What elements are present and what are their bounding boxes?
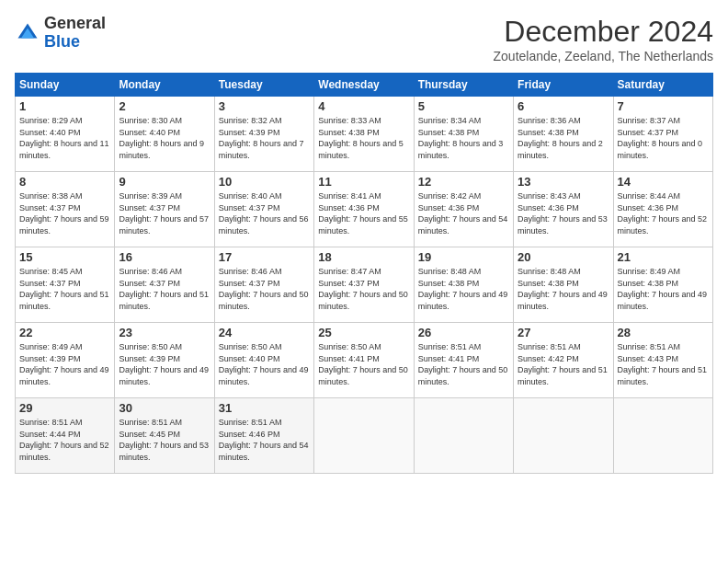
month-title: December 2024 <box>494 15 713 49</box>
table-row <box>514 398 613 474</box>
day-number: 8 <box>19 175 110 189</box>
table-row: 24 Sunrise: 8:50 AMSunset: 4:40 PMDaylig… <box>214 323 313 398</box>
day-info: Sunrise: 8:44 AMSunset: 4:36 PMDaylight:… <box>618 191 708 236</box>
day-number: 21 <box>618 250 709 264</box>
day-number: 2 <box>119 99 210 113</box>
logo-blue: Blue <box>44 32 80 51</box>
table-row: 5 Sunrise: 8:34 AMSunset: 4:38 PMDayligh… <box>414 97 513 172</box>
day-info: Sunrise: 8:51 AMSunset: 4:46 PMDaylight:… <box>219 418 309 462</box>
table-row: 15 Sunrise: 8:45 AMSunset: 4:37 PMDaylig… <box>16 247 115 323</box>
table-row: 19 Sunrise: 8:48 AMSunset: 4:38 PMDaylig… <box>414 247 513 323</box>
table-row: 30 Sunrise: 8:51 AMSunset: 4:45 PMDaylig… <box>115 398 214 474</box>
table-row: 7 Sunrise: 8:37 AMSunset: 4:37 PMDayligh… <box>613 97 712 172</box>
day-number: 5 <box>418 99 509 113</box>
day-info: Sunrise: 8:30 AMSunset: 4:40 PMDaylight:… <box>119 116 204 160</box>
table-row: 12 Sunrise: 8:42 AMSunset: 4:36 PMDaylig… <box>414 172 513 247</box>
day-info: Sunrise: 8:48 AMSunset: 4:38 PMDaylight:… <box>418 267 508 311</box>
col-sunday: Sunday <box>16 74 115 97</box>
col-saturday: Saturday <box>613 74 712 97</box>
table-row: 9 Sunrise: 8:39 AMSunset: 4:37 PMDayligh… <box>115 172 214 247</box>
day-number: 25 <box>318 326 409 339</box>
logo-general: General <box>44 14 106 32</box>
table-row: 8 Sunrise: 8:38 AMSunset: 4:37 PMDayligh… <box>16 172 115 247</box>
day-number: 27 <box>518 326 609 339</box>
logo: General Blue <box>15 15 106 52</box>
logo-icon <box>15 20 40 46</box>
table-row: 11 Sunrise: 8:41 AMSunset: 4:36 PMDaylig… <box>314 172 414 247</box>
table-row: 6 Sunrise: 8:36 AMSunset: 4:38 PMDayligh… <box>514 97 613 172</box>
table-row: 20 Sunrise: 8:48 AMSunset: 4:38 PMDaylig… <box>514 247 613 323</box>
day-info: Sunrise: 8:43 AMSunset: 4:36 PMDaylight:… <box>518 191 608 236</box>
day-number: 29 <box>19 401 110 415</box>
day-info: Sunrise: 8:51 AMSunset: 4:45 PMDaylight:… <box>119 418 209 462</box>
day-info: Sunrise: 8:33 AMSunset: 4:38 PMDaylight:… <box>318 116 404 160</box>
col-friday: Friday <box>514 74 613 97</box>
day-info: Sunrise: 8:50 AMSunset: 4:40 PMDaylight:… <box>219 342 309 386</box>
table-row: 26 Sunrise: 8:51 AMSunset: 4:41 PMDaylig… <box>414 323 513 398</box>
day-number: 23 <box>119 326 210 339</box>
day-info: Sunrise: 8:36 AMSunset: 4:38 PMDaylight:… <box>518 116 603 160</box>
day-info: Sunrise: 8:38 AMSunset: 4:37 PMDaylight:… <box>19 191 109 236</box>
day-number: 16 <box>119 250 210 264</box>
calendar-week-row: 29 Sunrise: 8:51 AMSunset: 4:44 PMDaylig… <box>16 398 713 474</box>
table-row: 21 Sunrise: 8:49 AMSunset: 4:38 PMDaylig… <box>613 247 712 323</box>
day-number: 28 <box>618 326 709 339</box>
day-info: Sunrise: 8:49 AMSunset: 4:38 PMDaylight:… <box>618 267 708 311</box>
day-number: 10 <box>219 175 310 189</box>
col-thursday: Thursday <box>414 74 513 97</box>
day-number: 6 <box>518 99 609 113</box>
day-info: Sunrise: 8:51 AMSunset: 4:41 PMDaylight:… <box>418 342 508 386</box>
table-row: 10 Sunrise: 8:40 AMSunset: 4:37 PMDaylig… <box>214 172 313 247</box>
day-number: 18 <box>318 250 409 264</box>
title-block: December 2024 Zoutelande, Zeeland, The N… <box>494 15 713 63</box>
day-number: 15 <box>19 250 110 264</box>
day-info: Sunrise: 8:41 AMSunset: 4:36 PMDaylight:… <box>318 191 408 236</box>
day-info: Sunrise: 8:46 AMSunset: 4:37 PMDaylight:… <box>219 267 309 311</box>
day-info: Sunrise: 8:47 AMSunset: 4:37 PMDaylight:… <box>318 267 408 311</box>
day-number: 7 <box>618 99 709 113</box>
day-number: 24 <box>219 326 310 339</box>
day-number: 12 <box>418 175 509 189</box>
day-number: 14 <box>618 175 709 189</box>
day-number: 4 <box>318 99 409 113</box>
table-row <box>314 398 414 474</box>
table-row: 3 Sunrise: 8:32 AMSunset: 4:39 PMDayligh… <box>214 97 313 172</box>
day-number: 13 <box>518 175 609 189</box>
day-number: 30 <box>119 401 210 415</box>
header: General Blue December 2024 Zoutelande, Z… <box>15 15 713 63</box>
table-row: 4 Sunrise: 8:33 AMSunset: 4:38 PMDayligh… <box>314 97 414 172</box>
subtitle: Zoutelande, Zeeland, The Netherlands <box>494 49 713 63</box>
table-row: 16 Sunrise: 8:46 AMSunset: 4:37 PMDaylig… <box>115 247 214 323</box>
logo-text: General Blue <box>44 15 106 52</box>
day-number: 20 <box>518 250 609 264</box>
table-row: 13 Sunrise: 8:43 AMSunset: 4:36 PMDaylig… <box>514 172 613 247</box>
calendar-week-row: 8 Sunrise: 8:38 AMSunset: 4:37 PMDayligh… <box>16 172 713 247</box>
day-number: 11 <box>318 175 409 189</box>
table-row: 29 Sunrise: 8:51 AMSunset: 4:44 PMDaylig… <box>16 398 115 474</box>
day-number: 9 <box>119 175 210 189</box>
day-number: 1 <box>19 99 110 113</box>
day-info: Sunrise: 8:40 AMSunset: 4:37 PMDaylight:… <box>219 191 309 236</box>
table-row: 17 Sunrise: 8:46 AMSunset: 4:37 PMDaylig… <box>214 247 313 323</box>
calendar-table: Sunday Monday Tuesday Wednesday Thursday… <box>15 73 713 474</box>
day-info: Sunrise: 8:50 AMSunset: 4:41 PMDaylight:… <box>318 342 408 386</box>
day-info: Sunrise: 8:34 AMSunset: 4:38 PMDaylight:… <box>418 116 504 160</box>
table-row <box>613 398 712 474</box>
day-info: Sunrise: 8:48 AMSunset: 4:38 PMDaylight:… <box>518 267 608 311</box>
calendar-header-row: Sunday Monday Tuesday Wednesday Thursday… <box>16 74 713 97</box>
table-row <box>414 398 513 474</box>
table-row: 22 Sunrise: 8:49 AMSunset: 4:39 PMDaylig… <box>16 323 115 398</box>
day-number: 26 <box>418 326 509 339</box>
day-info: Sunrise: 8:37 AMSunset: 4:37 PMDaylight:… <box>618 116 703 160</box>
col-monday: Monday <box>115 74 214 97</box>
day-info: Sunrise: 8:32 AMSunset: 4:39 PMDaylight:… <box>219 116 304 160</box>
day-info: Sunrise: 8:51 AMSunset: 4:42 PMDaylight:… <box>518 342 608 386</box>
day-info: Sunrise: 8:45 AMSunset: 4:37 PMDaylight:… <box>19 267 109 311</box>
day-number: 3 <box>219 99 310 113</box>
col-wednesday: Wednesday <box>314 74 414 97</box>
day-info: Sunrise: 8:49 AMSunset: 4:39 PMDaylight:… <box>19 342 109 386</box>
day-info: Sunrise: 8:51 AMSunset: 4:43 PMDaylight:… <box>618 342 708 386</box>
table-row: 2 Sunrise: 8:30 AMSunset: 4:40 PMDayligh… <box>115 97 214 172</box>
calendar-week-row: 15 Sunrise: 8:45 AMSunset: 4:37 PMDaylig… <box>16 247 713 323</box>
table-row: 28 Sunrise: 8:51 AMSunset: 4:43 PMDaylig… <box>613 323 712 398</box>
